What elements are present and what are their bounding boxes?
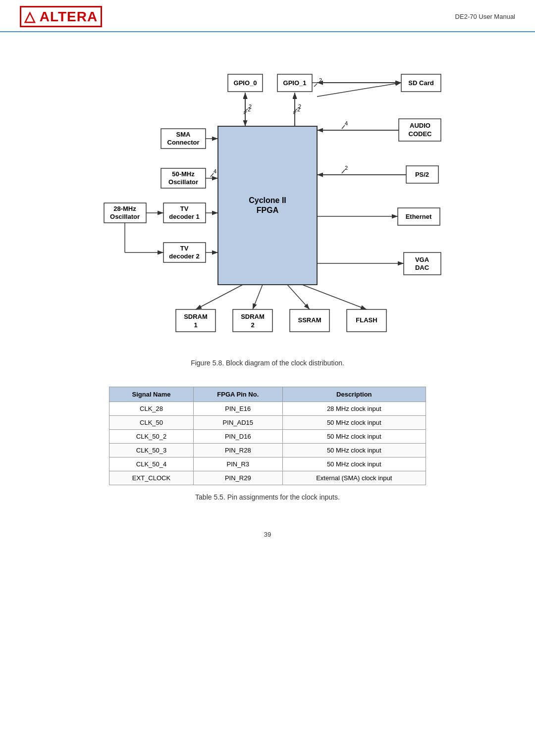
svg-text:1: 1 (194, 321, 197, 329)
col-header-description: Description (282, 387, 426, 402)
svg-text:2: 2 (345, 165, 348, 171)
altera-logo: △ ALTERA (20, 6, 102, 27)
svg-text:Ethernet: Ethernet (406, 213, 432, 220)
table-cell: 50 MHz clock input (282, 416, 426, 430)
page-header: △ ALTERA DE2-70 User Manual (0, 0, 535, 32)
table-cell: 50 MHz clock input (282, 430, 426, 444)
svg-text:4: 4 (214, 168, 216, 174)
table-cell: PIN_E16 (194, 402, 283, 416)
table-row: CLK_50PIN_AD1550 MHz clock input (109, 416, 426, 430)
svg-text:TV: TV (180, 245, 189, 252)
svg-text:AUDIO: AUDIO (410, 122, 430, 129)
svg-text:TV: TV (180, 205, 189, 212)
table-cell: PIN_D16 (194, 430, 283, 444)
svg-text:Oscillator: Oscillator (168, 178, 198, 186)
diagram-container: Cyclone II FPGA GPIO_0 GPIO_1 SD Card AU… (64, 47, 471, 354)
block-diagram-svg: Cyclone II FPGA GPIO_0 GPIO_1 SD Card AU… (64, 47, 471, 354)
table-cell: 50 MHz clock input (282, 444, 426, 457)
svg-text:PS/2: PS/2 (415, 171, 429, 178)
svg-text:SSRAM: SSRAM (298, 316, 321, 324)
diagram-wrapper: Cyclone II FPGA GPIO_0 GPIO_1 SD Card AU… (30, 47, 505, 354)
svg-text:CODEC: CODEC (409, 130, 432, 138)
svg-line-78 (302, 285, 367, 309)
svg-text:FLASH: FLASH (356, 316, 377, 324)
table-caption: Table 5.5. Pin assignments for the clock… (30, 493, 505, 501)
main-content: Cyclone II FPGA GPIO_0 GPIO_1 SD Card AU… (0, 32, 535, 563)
svg-line-62 (317, 83, 401, 97)
svg-text:Connector: Connector (167, 139, 200, 146)
svg-text:SD Card: SD Card (408, 79, 433, 87)
table-row: CLK_50_2PIN_D1650 MHz clock input (109, 430, 426, 444)
svg-text:2: 2 (251, 321, 254, 329)
svg-text:GPIO_1: GPIO_1 (283, 79, 307, 87)
svg-text:SDRAM: SDRAM (241, 313, 265, 320)
table-row: CLK_50_3PIN_R2850 MHz clock input (109, 444, 426, 457)
svg-text:VGA: VGA (415, 256, 429, 263)
svg-line-76 (253, 285, 263, 309)
col-header-signal: Signal Name (109, 387, 194, 402)
svg-text:28-MHz: 28-MHz (113, 205, 136, 212)
table-row: CLK_28PIN_E1628 MHz clock input (109, 402, 426, 416)
svg-line-54 (314, 84, 317, 87)
pin-assignments-table: Signal Name FPGA Pin No. Description CLK… (109, 387, 426, 485)
svg-text:decoder 1: decoder 1 (169, 213, 199, 220)
svg-text:50-MHz: 50-MHz (172, 170, 195, 178)
col-header-fpga-pin: FPGA Pin No. (194, 387, 283, 402)
svg-line-75 (196, 285, 243, 309)
table-cell: CLK_50_3 (109, 444, 194, 457)
table-cell: PIN_AD15 (194, 416, 283, 430)
table-cell: CLK_50 (109, 416, 194, 430)
svg-text:SDRAM: SDRAM (184, 313, 208, 320)
table-row: CLK_50_4PIN_R350 MHz clock input (109, 457, 426, 471)
table-cell: CLK_28 (109, 402, 194, 416)
table-cell: EXT_CLOCK (109, 471, 194, 485)
table-cell: PIN_R28 (194, 444, 283, 457)
table-cell: CLK_50_4 (109, 457, 194, 471)
svg-text:DAC: DAC (415, 264, 429, 271)
figure-caption: Figure 5.8. Block diagram of the clock d… (30, 359, 505, 367)
svg-line-77 (287, 285, 310, 309)
svg-rect-2 (218, 126, 317, 285)
table-cell: PIN_R3 (194, 457, 283, 471)
svg-text:2: 2 (319, 77, 322, 83)
svg-text:SMA: SMA (176, 131, 191, 138)
page-number: 39 (30, 521, 505, 548)
svg-text:FPGA: FPGA (257, 206, 279, 214)
table-cell: PIN_R29 (194, 471, 283, 485)
table-cell: External (SMA) clock input (282, 471, 426, 485)
svg-text:4: 4 (345, 120, 348, 126)
table-cell: 50 MHz clock input (282, 457, 426, 471)
svg-text:2: 2 (249, 103, 252, 109)
svg-text:Oscillator: Oscillator (110, 213, 140, 220)
svg-text:GPIO_0: GPIO_0 (234, 79, 257, 87)
document-title: DE2-70 User Manual (455, 13, 515, 20)
table-wrapper: Signal Name FPGA Pin No. Description CLK… (30, 387, 505, 485)
svg-text:2: 2 (298, 103, 301, 109)
table-cell: 28 MHz clock input (282, 402, 426, 416)
table-cell: CLK_50_2 (109, 430, 194, 444)
svg-text:decoder 2: decoder 2 (169, 252, 199, 260)
table-row: EXT_CLOCKPIN_R29External (SMA) clock inp… (109, 471, 426, 485)
svg-text:Cyclone II: Cyclone II (249, 196, 286, 204)
